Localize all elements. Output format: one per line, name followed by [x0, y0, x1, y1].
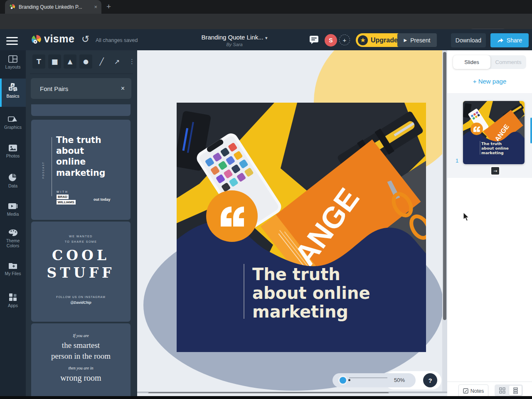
left-rail: Layouts A B C Basics Graphics	[0, 50, 26, 399]
tab-slides[interactable]: Slides	[453, 55, 490, 69]
podcast-vertical-label: PODCAST	[42, 161, 44, 179]
podcast-title: The truth about online marketing	[56, 135, 115, 178]
sidebar-item-layouts[interactable]: Layouts	[0, 55, 26, 69]
panel-scrollbar-thumb[interactable]	[530, 118, 532, 143]
new-tab-icon[interactable]: +	[106, 2, 111, 11]
divider	[52, 137, 52, 196]
zoom-tick	[348, 379, 350, 381]
more-tools-icon[interactable]: ⋮	[126, 54, 138, 69]
right-panel: Slides Comments + New page 1	[447, 50, 532, 399]
avatar[interactable]: S	[325, 34, 337, 47]
svg-text:about online: about online	[481, 146, 509, 150]
sidebar-item-graphics[interactable]: Graphics	[0, 115, 26, 130]
font-pairs-header: Font Pairs ×	[31, 78, 131, 99]
text-tool[interactable]: T	[32, 54, 45, 69]
font-pair-card-podcast[interactable]: PODCAST The truth about online marketing…	[31, 120, 131, 220]
font-pair-card-room[interactable]: If you are the smartest person in the ro…	[31, 323, 131, 399]
sidebar-item-basics[interactable]: A B C Basics	[0, 83, 26, 99]
arrow-tool[interactable]: ↗	[111, 54, 123, 69]
graphics-icon	[8, 115, 18, 123]
room-middle: then you are in	[31, 366, 131, 370]
grid-view-button[interactable]	[496, 386, 508, 395]
saved-status: All changes saved	[96, 37, 138, 43]
zoom-track[interactable]	[349, 377, 387, 378]
play-icon: ▶	[404, 38, 407, 42]
room-intro: If you are	[31, 333, 131, 338]
cool-big-2: STUFF	[31, 265, 131, 281]
svg-text:B: B	[10, 87, 12, 90]
design-artboard[interactable]: ANGE	[137, 50, 447, 393]
notes-button[interactable]: Notes	[458, 384, 488, 397]
cool-eyebrow-2: TO SHARE SOME	[31, 240, 131, 243]
slide-number: 1	[456, 158, 458, 164]
slide-transition-icon[interactable]: →	[490, 166, 500, 175]
share-icon	[497, 38, 504, 43]
text-accent-line	[244, 264, 244, 319]
tab-title: Branding Quote LinkedIn P...	[19, 4, 91, 10]
my-files-icon	[8, 262, 17, 269]
circle-shape-tool[interactable]: ●	[79, 54, 92, 69]
h-scrollbar-thumb[interactable]	[148, 392, 389, 393]
document-title[interactable]: Branding Quote Link...	[201, 34, 263, 41]
sidebar-item-theme-colors[interactable]: Theme Colors	[0, 229, 26, 248]
square-shape-tool[interactable]: ■	[48, 54, 61, 69]
data-icon	[9, 173, 17, 182]
v-scrollbar-thumb[interactable]	[443, 52, 446, 320]
cool-footer: FOLLOW US ON INSTAGRAM	[31, 296, 131, 298]
sidebar-item-data[interactable]: Data	[0, 173, 26, 188]
browser-toolbar: ← → ↻ my.visme.co/editor/TUF0dlV1ci9SZVB…	[0, 14, 532, 29]
line-tool[interactable]: ╱	[95, 54, 108, 69]
layouts-icon	[8, 55, 17, 63]
quote-line-2: about online	[252, 283, 370, 303]
list-view-button[interactable]	[509, 386, 522, 395]
quote-line-1: The truth	[252, 265, 340, 284]
slide-thumbnail[interactable]: ANGE	[463, 101, 525, 164]
editor-canvas[interactable]: ANGE	[137, 50, 447, 393]
close-icon[interactable]: ×	[121, 85, 125, 92]
screen: Branding Quote LinkedIn P... × + ← → ↻ m…	[0, 0, 532, 399]
document-byline: By Sara	[189, 42, 280, 47]
grid-view-icon	[499, 387, 505, 394]
help-button[interactable]: ?	[423, 373, 437, 387]
share-button[interactable]: Share	[490, 33, 529, 47]
visme-logo-icon[interactable]	[31, 34, 42, 45]
svg-text:marketing: marketing	[481, 150, 504, 155]
triangle-shape-tool[interactable]: ▲	[64, 54, 76, 69]
basics-panel: T ■ ▲ ● ╱ ↗ ⋮ Font Pairs × PODCAST The t…	[26, 50, 137, 399]
present-button[interactable]: ▶ Present	[397, 33, 437, 47]
add-member-icon[interactable]: +	[339, 34, 350, 45]
present-label: Present	[410, 37, 430, 44]
zoom-handle[interactable]	[340, 377, 346, 384]
comments-icon[interactable]	[309, 35, 319, 44]
new-page-button[interactable]: + New page	[447, 78, 532, 85]
sidebar-item-media[interactable]: Media	[0, 202, 26, 217]
download-label: Download	[456, 37, 481, 44]
quote-circle[interactable]	[206, 190, 258, 242]
browser-tab[interactable]: Branding Quote LinkedIn P... ×	[5, 0, 101, 14]
chevron-down-icon[interactable]: ▾	[265, 35, 268, 41]
download-button[interactable]: Download	[451, 33, 486, 47]
tab-comments[interactable]: Comments	[490, 55, 526, 69]
font-pairs-title: Font Pairs	[40, 85, 121, 92]
zoom-slider[interactable]: 50%	[332, 373, 416, 387]
sidebar-item-photos[interactable]: Photos	[0, 144, 26, 158]
photos-icon	[8, 144, 17, 152]
sidebar-item-my-files[interactable]: My Files	[0, 262, 26, 276]
media-icon	[8, 202, 18, 210]
font-pair-card-partial[interactable]	[31, 104, 131, 116]
cool-handle: @DavidChip	[31, 300, 131, 305]
hamburger-menu-icon[interactable]	[6, 35, 18, 47]
sidebar-item-apps[interactable]: Apps	[0, 293, 26, 308]
tab-close-icon[interactable]: ×	[94, 4, 97, 10]
divider	[447, 382, 532, 382]
thumbnail-view-toggle	[495, 384, 523, 397]
divider	[30, 74, 133, 74]
font-pair-card-cool-stuff[interactable]: WE WANTED TO SHARE SOME COOL STUFF FOLLO…	[31, 222, 131, 322]
cool-big-1: COOL	[31, 247, 131, 264]
undo-icon[interactable]: ↺	[81, 34, 89, 44]
upgrade-label: Upgrade	[371, 37, 398, 44]
brand-wordmark[interactable]: visme	[44, 33, 74, 45]
document-title-block[interactable]: Branding Quote Link... ▾ By Sara	[189, 34, 280, 47]
browser-tab-bar: Branding Quote LinkedIn P... × +	[0, 0, 532, 14]
cool-eyebrow-1: WE WANTED	[31, 235, 131, 238]
